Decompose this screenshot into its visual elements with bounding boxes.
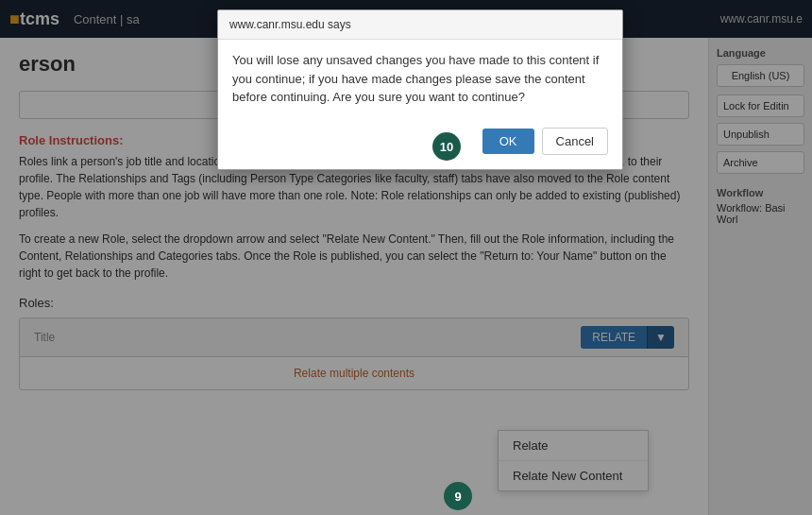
dialog-buttons: OK Cancel	[218, 118, 622, 169]
dialog: www.canr.msu.edu says You will lose any …	[217, 9, 623, 170]
step-badge-10: 10	[432, 132, 461, 161]
step-badge-9: 9	[444, 482, 472, 510]
dialog-title: www.canr.msu.edu says	[218, 10, 622, 40]
dialog-ok-button[interactable]: OK	[482, 129, 534, 154]
dialog-message: You will lose any unsaved changes you ha…	[218, 40, 622, 118]
dialog-cancel-button[interactable]: Cancel	[542, 128, 608, 155]
